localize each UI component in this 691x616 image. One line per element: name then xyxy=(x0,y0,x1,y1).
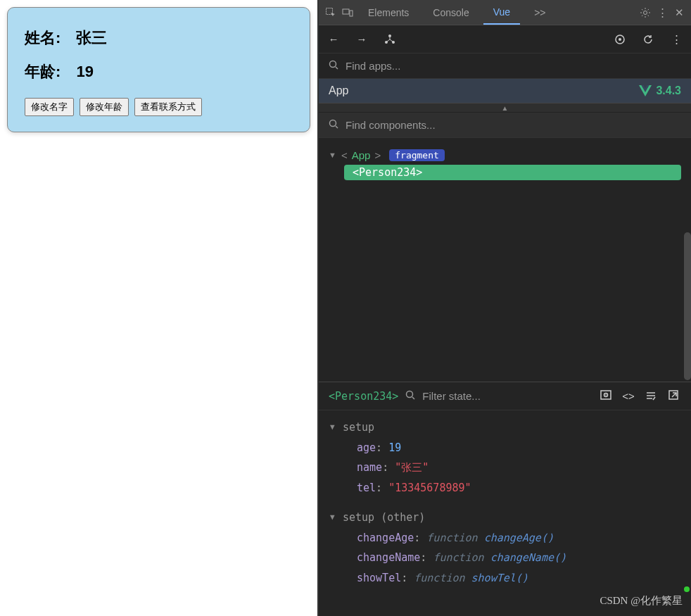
fn-changeName: changeName: function changeName() xyxy=(330,548,680,568)
inspect-icon[interactable] xyxy=(324,6,337,19)
fn-changeAge: changeAge: function changeAge() xyxy=(330,528,680,548)
forward-icon[interactable]: → xyxy=(355,33,368,45)
render-code-icon[interactable]: <> xyxy=(621,390,636,402)
device-icon[interactable] xyxy=(341,6,354,19)
name-row: 姓名: 张三 xyxy=(25,27,293,49)
refresh-icon[interactable] xyxy=(642,34,654,45)
svg-point-17 xyxy=(605,394,607,396)
find-components-bar[interactable]: Find components... xyxy=(319,113,691,138)
tab-more[interactable]: >> xyxy=(524,1,555,24)
svg-point-11 xyxy=(330,120,336,127)
vue-logo-icon xyxy=(639,85,652,96)
prop-tel: tel: "13345678989" xyxy=(330,478,680,498)
selected-component: <Person234> xyxy=(329,390,398,403)
state-body: ▼setup age: 19 name: "张三" tel: "13345678… xyxy=(319,410,691,616)
svg-point-8 xyxy=(619,38,621,41)
open-in-editor-icon[interactable] xyxy=(666,389,681,403)
search-icon xyxy=(329,119,338,131)
scroll-to-icon[interactable] xyxy=(598,389,614,403)
svg-point-4 xyxy=(388,34,391,37)
svg-point-3 xyxy=(644,11,647,14)
change-age-button[interactable]: 修改年龄 xyxy=(80,98,129,116)
prop-age: age: 19 xyxy=(330,438,680,458)
tree-root-row[interactable]: ▼ <App> fragment xyxy=(329,145,681,165)
components-tree-icon[interactable] xyxy=(383,34,396,45)
button-row: 修改名字 修改年龄 查看联系方式 xyxy=(25,98,293,116)
svg-point-13 xyxy=(407,391,413,398)
svg-point-9 xyxy=(330,61,336,68)
svg-line-12 xyxy=(336,126,338,128)
age-row: 年龄: 19 xyxy=(25,61,293,82)
section-setup-other[interactable]: ▼setup (other) xyxy=(330,508,680,528)
gear-icon[interactable] xyxy=(639,6,652,19)
svg-line-14 xyxy=(412,397,414,399)
tab-elements[interactable]: Elements xyxy=(358,1,419,24)
svg-line-10 xyxy=(336,67,338,69)
kebab-icon[interactable]: ⋮ xyxy=(656,6,668,19)
scrollbar[interactable] xyxy=(684,232,691,380)
vue-toolbar: ← → ⋮ xyxy=(319,25,691,54)
name-label: 姓名: xyxy=(25,29,61,46)
caret-down-icon[interactable]: ▼ xyxy=(329,151,337,159)
back-icon[interactable]: ← xyxy=(327,33,340,45)
app-label: App xyxy=(329,84,348,97)
search-icon xyxy=(405,390,415,402)
filter-state-placeholder[interactable]: Filter state... xyxy=(422,390,591,402)
search-icon xyxy=(329,60,338,72)
tab-vue[interactable]: Vue xyxy=(483,1,520,25)
fragment-badge: fragment xyxy=(389,149,445,161)
svg-rect-2 xyxy=(350,11,353,16)
close-icon[interactable]: ✕ xyxy=(673,6,685,19)
show-tel-button[interactable]: 查看联系方式 xyxy=(134,98,202,116)
focus-icon[interactable] xyxy=(614,33,626,46)
find-components-placeholder: Find components... xyxy=(346,119,436,131)
tab-console[interactable]: Console xyxy=(423,1,478,24)
name-value: 张三 xyxy=(76,29,107,46)
find-apps-bar[interactable]: Find apps... xyxy=(319,54,691,79)
app-preview-pane: 姓名: 张三 年龄: 19 修改名字 修改年龄 查看联系方式 xyxy=(0,0,319,616)
svg-rect-1 xyxy=(343,9,349,14)
app-row[interactable]: App 3.4.3 xyxy=(319,79,691,103)
section-setup[interactable]: ▼setup xyxy=(330,417,680,438)
tree-child-row[interactable]: <Person234> xyxy=(344,165,681,180)
kebab-icon[interactable]: ⋮ xyxy=(670,33,683,46)
vue-version-badge: 3.4.3 xyxy=(639,84,681,97)
watermark: CSDN @化作繁星 xyxy=(600,594,683,608)
fn-showTel: showTel: function showTel() xyxy=(330,568,680,589)
prop-name: name: "张三" xyxy=(330,458,680,478)
devtools-tabbar: Elements Console Vue >> ⋮ ✕ xyxy=(319,0,691,25)
component-tree: ▼ <App> fragment <Person234> xyxy=(319,138,691,382)
find-apps-placeholder: Find apps... xyxy=(346,60,400,72)
age-label: 年龄: xyxy=(25,63,61,80)
devtools-panel: Elements Console Vue >> ⋮ ✕ ← → ⋮ Find a… xyxy=(319,0,691,616)
person-card: 姓名: 张三 年龄: 19 修改名字 修改年龄 查看联系方式 xyxy=(7,7,310,132)
status-dot-icon xyxy=(684,586,690,592)
inspect-dom-icon[interactable] xyxy=(643,389,659,403)
change-name-button[interactable]: 修改名字 xyxy=(25,98,74,116)
state-header: <Person234> Filter state... <> xyxy=(319,382,691,410)
age-value: 19 xyxy=(76,63,93,80)
collapse-handle[interactable]: ▲ xyxy=(319,103,691,113)
